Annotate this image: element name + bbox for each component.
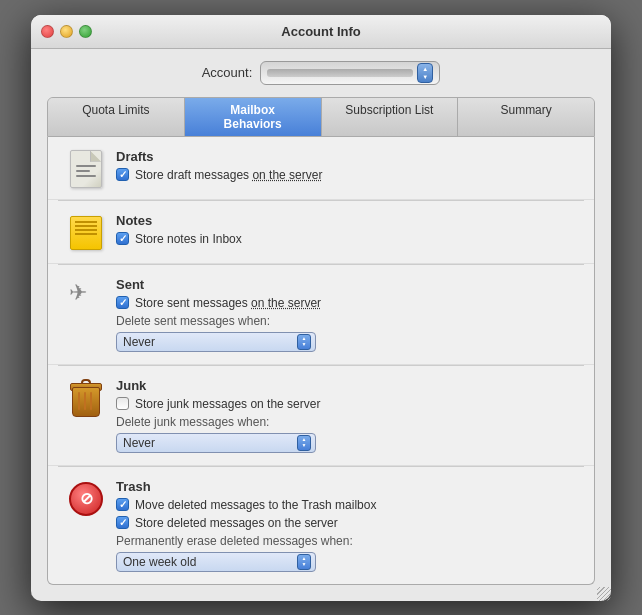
trash-content: Trash Move deleted messages to the Trash… bbox=[116, 479, 574, 572]
sent-plane-icon: ✈ bbox=[69, 280, 87, 306]
trash-store-checkbox[interactable] bbox=[116, 516, 129, 529]
drafts-checkbox-row: Store draft messages on the server bbox=[116, 168, 574, 182]
tab-mailbox-behaviors[interactable]: Mailbox Behaviors bbox=[185, 98, 322, 136]
no-entry-symbol: ⊘ bbox=[80, 491, 93, 507]
sent-checkbox-row: Store sent messages on the server bbox=[116, 296, 574, 310]
trash-delete-label: Permanently erase deleted messages when: bbox=[116, 534, 574, 548]
junk-delete-dropdown[interactable]: Never bbox=[116, 433, 316, 453]
junk-content: Junk Store junk messages on the server D… bbox=[116, 378, 574, 453]
sent-content: Sent Store sent messages on the server D… bbox=[116, 277, 574, 352]
sent-header: Sent bbox=[116, 277, 574, 292]
trash-section: ⊘ Trash Move deleted messages to the Tra… bbox=[48, 467, 594, 584]
drafts-section: Drafts Store draft messages on the serve… bbox=[48, 137, 594, 200]
junk-checkbox-row: Store junk messages on the server bbox=[116, 397, 574, 411]
account-select[interactable] bbox=[260, 61, 440, 85]
account-info-window: Account Info Account: Quota Limits Mailb… bbox=[31, 15, 611, 601]
tab-subscription-list[interactable]: Subscription List bbox=[322, 98, 459, 136]
notes-icon bbox=[68, 215, 104, 251]
traffic-lights bbox=[41, 25, 92, 38]
maximize-button[interactable] bbox=[79, 25, 92, 38]
junk-icon bbox=[68, 380, 104, 416]
account-select-bar bbox=[267, 69, 413, 77]
resize-handle[interactable] bbox=[597, 587, 611, 601]
junk-header: Junk bbox=[116, 378, 574, 393]
drafts-header: Drafts bbox=[116, 149, 574, 164]
junk-delete-label: Delete junk messages when: bbox=[116, 415, 574, 429]
sent-server-checkbox[interactable] bbox=[116, 296, 129, 309]
trash-move-checkbox-row: Move deleted messages to the Trash mailb… bbox=[116, 498, 574, 512]
sent-delete-dropdown[interactable]: Never bbox=[116, 332, 316, 352]
window-body: Account: Quota Limits Mailbox Behaviors … bbox=[31, 49, 611, 601]
trash-no-icon: ⊘ bbox=[69, 482, 103, 516]
drafts-content: Drafts Store draft messages on the serve… bbox=[116, 149, 574, 186]
tab-summary[interactable]: Summary bbox=[458, 98, 594, 136]
tabs: Quota Limits Mailbox Behaviors Subscript… bbox=[47, 97, 595, 137]
sent-delete-row: Delete sent messages when: Never bbox=[116, 314, 574, 352]
titlebar: Account Info bbox=[31, 15, 611, 49]
content-panel: Drafts Store draft messages on the serve… bbox=[47, 137, 595, 585]
trash-delete-option: One week old bbox=[123, 555, 297, 569]
sent-delete-option: Never bbox=[123, 335, 297, 349]
junk-delete-option: Never bbox=[123, 436, 297, 450]
minimize-button[interactable] bbox=[60, 25, 73, 38]
account-row: Account: bbox=[47, 61, 595, 85]
account-label: Account: bbox=[202, 65, 253, 80]
trash-store-label: Store deleted messages on the server bbox=[135, 516, 338, 530]
tab-quota-limits[interactable]: Quota Limits bbox=[48, 98, 185, 136]
drafts-server-checkbox[interactable] bbox=[116, 168, 129, 181]
notes-content: Notes Store notes in Inbox bbox=[116, 213, 574, 250]
junk-server-checkbox[interactable] bbox=[116, 397, 129, 410]
notes-inbox-checkbox[interactable] bbox=[116, 232, 129, 245]
notes-section: Notes Store notes in Inbox bbox=[48, 201, 594, 264]
trash-dropdown-arrow-icon bbox=[297, 554, 311, 570]
sent-dropdown-arrow-icon bbox=[297, 334, 311, 350]
window-title: Account Info bbox=[281, 24, 360, 39]
trash-delete-row: Permanently erase deleted messages when:… bbox=[116, 534, 574, 572]
drafts-icon bbox=[68, 151, 104, 187]
junk-dropdown-arrow-icon bbox=[297, 435, 311, 451]
sent-section: ✈ Sent Store sent messages on the server… bbox=[48, 265, 594, 365]
drafts-server-label: Store draft messages on the server bbox=[135, 168, 322, 182]
account-select-arrow-icon[interactable] bbox=[417, 63, 433, 83]
notes-inbox-label: Store notes in Inbox bbox=[135, 232, 242, 246]
trash-move-checkbox[interactable] bbox=[116, 498, 129, 511]
junk-section: Junk Store junk messages on the server D… bbox=[48, 366, 594, 466]
sent-delete-label: Delete sent messages when: bbox=[116, 314, 574, 328]
close-button[interactable] bbox=[41, 25, 54, 38]
junk-server-label: Store junk messages on the server bbox=[135, 397, 320, 411]
trash-icon: ⊘ bbox=[68, 481, 104, 517]
trash-delete-dropdown[interactable]: One week old bbox=[116, 552, 316, 572]
junk-delete-row: Delete junk messages when: Never bbox=[116, 415, 574, 453]
trash-header: Trash bbox=[116, 479, 574, 494]
sent-icon: ✈ bbox=[68, 279, 104, 315]
sent-server-label: Store sent messages on the server bbox=[135, 296, 321, 310]
trash-store-checkbox-row: Store deleted messages on the server bbox=[116, 516, 574, 530]
notes-checkbox-row: Store notes in Inbox bbox=[116, 232, 574, 246]
trash-move-label: Move deleted messages to the Trash mailb… bbox=[135, 498, 376, 512]
notes-header: Notes bbox=[116, 213, 574, 228]
